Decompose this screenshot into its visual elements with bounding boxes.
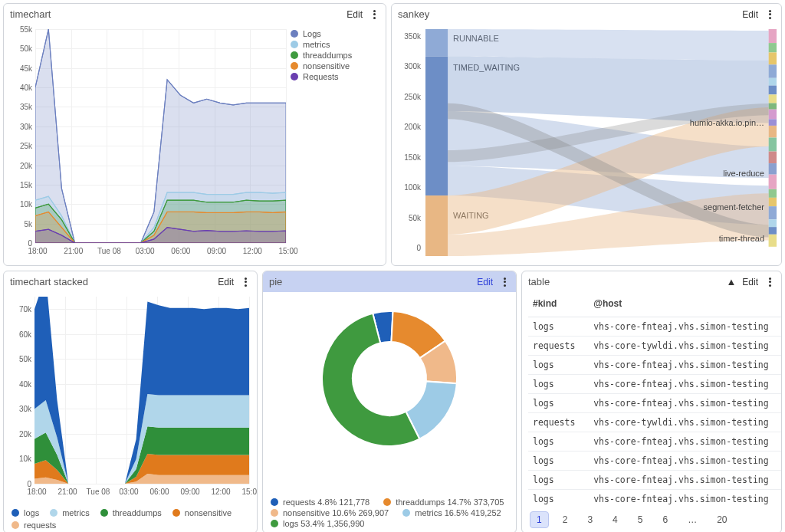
y-tick: 5k	[9, 220, 32, 228]
legend-item[interactable]: Requests	[291, 72, 383, 81]
swatch-icon	[11, 509, 19, 517]
legend-item[interactable]: requests 4.8% 121,778	[271, 498, 370, 507]
pagination-page[interactable]: 1	[530, 511, 549, 528]
table-row[interactable]: logsvhs-core-fnteaj.vhs.simon-testing	[528, 394, 781, 413]
svg-rect-13	[769, 126, 777, 138]
panel-header: pie Edit	[263, 271, 516, 292]
y-tick: 35k	[9, 103, 32, 111]
pagination-page[interactable]: 2	[557, 512, 574, 527]
cell: vhs-core-fnteaj.vhs.simon-testing	[589, 471, 781, 490]
y-tick: 0	[416, 244, 421, 252]
y-tick: 10k	[9, 200, 32, 209]
svg-rect-7	[769, 78, 777, 86]
legend: LogsmetricsthreaddumpsnonsensitiveReques…	[291, 29, 383, 83]
svg-rect-16	[769, 163, 777, 175]
svg-rect-9	[769, 94, 777, 103]
pagination-page[interactable]: 4	[606, 512, 624, 527]
svg-rect-23	[769, 235, 777, 247]
svg-rect-4	[769, 43, 777, 52]
table-row[interactable]: requestsvhs-core-tywldi.vhs.simon-testin…	[528, 337, 781, 356]
legend-label: threaddumps	[303, 51, 352, 60]
svg-rect-19	[769, 198, 777, 206]
x-tick: 09:00	[175, 488, 205, 496]
legend-item[interactable]: metrics 16.5% 419,252	[402, 508, 501, 517]
legend-item[interactable]: metrics	[50, 508, 89, 517]
svg-rect-10	[769, 103, 777, 110]
more-icon[interactable]	[499, 277, 510, 287]
pagination: 123456…20	[530, 511, 733, 528]
table-row[interactable]: logsvhs-core-fnteaj.vhs.simon-testing	[528, 432, 781, 452]
plot-area[interactable]: 010k20k30k40k50k60k70k18:0021:00Tue 0803…	[34, 297, 249, 484]
cell: logs	[528, 490, 589, 507]
legend-label: logs 53.4% 1,356,990	[283, 519, 364, 528]
svg-rect-11	[769, 110, 777, 120]
cell: logs	[528, 432, 589, 452]
legend-label: requests	[24, 521, 56, 530]
y-tick: 200k	[404, 123, 421, 131]
pagination-page[interactable]: 3	[581, 512, 599, 527]
more-icon[interactable]	[764, 277, 775, 287]
table-row[interactable]: logsvhs-core-fnteaj.vhs.simon-testing	[528, 375, 781, 394]
table-row[interactable]: logsvhs-core-fnteaj.vhs.simon-testing	[528, 317, 781, 337]
cell: vhs-core-fnteaj.vhs.simon-testing	[589, 452, 781, 471]
more-icon[interactable]	[369, 9, 379, 20]
legend-item[interactable]: threaddumps 14.7% 373,705	[383, 498, 504, 507]
pie-legend: requests 4.8% 121,778threaddumps 14.7% 3…	[271, 498, 508, 528]
table-row[interactable]: logsvhs-core-fnteaj.vhs.simon-testing	[528, 356, 781, 375]
cell: vhs-core-fnteaj.vhs.simon-testing	[589, 317, 781, 337]
pagination-page[interactable]: 20	[711, 512, 733, 527]
table-row[interactable]: logsvhs-core-fnteaj.vhs.simon-testing	[528, 490, 781, 507]
swatch-icon	[11, 521, 19, 529]
x-tick: 21:00	[58, 247, 89, 255]
legend-item[interactable]: nonsensitive	[172, 508, 232, 517]
x-tick: 03:00	[113, 488, 144, 496]
cell: logs	[528, 394, 589, 413]
table-row[interactable]: logsvhs-core-fnteaj.vhs.simon-testing	[528, 452, 781, 471]
edit-button[interactable]: Edit	[347, 9, 363, 20]
more-icon[interactable]	[764, 9, 775, 20]
y-tick: 40k	[9, 84, 32, 92]
edit-button[interactable]: Edit	[742, 277, 758, 287]
x-tick: 15:00	[236, 488, 257, 496]
panel-timechart-stacked: timechart stacked Edit 010k20k30k40k50k6…	[3, 271, 258, 532]
pagination-page[interactable]: 6	[656, 512, 674, 527]
legend-item[interactable]: requests	[11, 521, 56, 530]
x-tick: 06:00	[144, 488, 175, 496]
edit-button[interactable]: Edit	[218, 277, 234, 287]
panel-title: timechart stacked	[10, 276, 218, 287]
plot-area[interactable]: 05k10k15k20k25k30k35k40k45k50k55k18:0021…	[34, 29, 286, 244]
legend-item[interactable]: nonsensitive	[291, 61, 383, 71]
x-tick: 15:00	[273, 247, 304, 255]
panel-timechart: timechart Edit 05k10k15k20k25k30k35k40k4…	[3, 3, 386, 266]
svg-rect-18	[769, 189, 777, 198]
svg-rect-8	[769, 86, 777, 95]
column-header[interactable]: #kind	[528, 292, 589, 317]
edit-button[interactable]: Edit	[477, 277, 493, 287]
x-tick: 18:00	[21, 488, 52, 496]
pagination-page[interactable]: 5	[632, 512, 649, 527]
pie-area[interactable]: requests 4.8% 121,778threaddumps 14.7% 3…	[263, 292, 516, 532]
column-header[interactable]: @host	[589, 292, 781, 317]
legend-item[interactable]: threaddumps	[291, 51, 383, 60]
x-tick: 09:00	[202, 247, 232, 255]
legend-label: threaddumps	[113, 508, 162, 517]
svg-rect-15	[769, 152, 777, 163]
legend-item[interactable]: Logs	[291, 29, 383, 38]
legend-item[interactable]: logs 53.4% 1,356,990	[271, 519, 364, 528]
svg-rect-0	[425, 29, 448, 57]
table-row[interactable]: logsvhs-core-fnteaj.vhs.simon-testing	[528, 471, 781, 490]
svg-rect-21	[769, 219, 777, 227]
legend-item[interactable]: threaddumps	[100, 508, 162, 517]
y-tick: 40k	[8, 380, 31, 389]
legend-item[interactable]: logs	[11, 508, 39, 517]
edit-button[interactable]: Edit	[742, 9, 758, 20]
cell: vhs-core-fnteaj.vhs.simon-testing	[589, 356, 781, 375]
panel-title: sankey	[398, 8, 742, 20]
table-row[interactable]: requestsvhs-core-tywldi.vhs.simon-testin…	[528, 413, 781, 432]
swatch-icon	[402, 509, 410, 517]
more-icon[interactable]	[240, 277, 251, 287]
svg-rect-22	[769, 227, 777, 235]
legend-item[interactable]: nonsensitive 10.6% 269,907	[271, 508, 389, 517]
legend-item[interactable]: metrics	[291, 40, 383, 49]
sankey-area[interactable]: 050k100k150k200k250k300k350kRUNNABLETIME…	[392, 25, 781, 265]
